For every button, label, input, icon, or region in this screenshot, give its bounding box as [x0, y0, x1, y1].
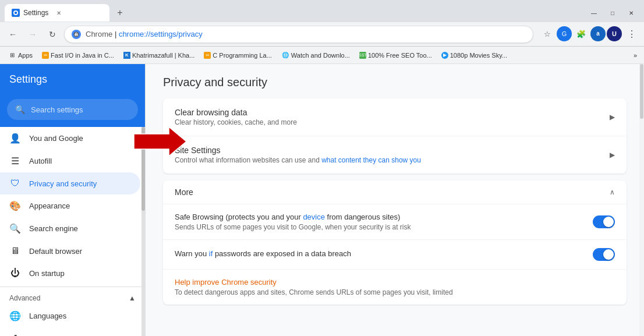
- advanced-chevron: ▲: [129, 294, 136, 302]
- bookmark-1[interactable]: ∞ Fast I/O in Java in C...: [38, 51, 118, 60]
- site-settings-desc-part1: Control what information websites can us…: [175, 156, 321, 164]
- search-engine-icon: 🔍: [9, 223, 21, 234]
- sidebar-you-google-label: You and Google: [29, 134, 83, 143]
- bookmark-5[interactable]: SST 100% Free SEO Too...: [356, 51, 436, 60]
- safe-browsing-item: Safe Browsing (protects you and your dev…: [163, 204, 627, 240]
- sidebar-on-startup-label: On startup: [29, 269, 65, 278]
- account-button-2[interactable]: a: [590, 26, 606, 41]
- help-improve-desc: To detect dangerous apps and sites, Chro…: [175, 288, 606, 296]
- bookmark-4[interactable]: 🌐 Watch and Downlo...: [278, 50, 353, 61]
- sidebar-item-on-startup[interactable]: ⏻ On startup: [0, 262, 145, 284]
- sidebar-item-autofill[interactable]: ☰ Autofill: [0, 150, 145, 172]
- bookmark-star-button[interactable]: ☆: [539, 26, 555, 43]
- bookmarks-more-button[interactable]: »: [631, 51, 639, 60]
- minimize-button[interactable]: —: [586, 8, 602, 18]
- maximize-button[interactable]: □: [604, 8, 621, 18]
- clear-browsing-data-title: Clear browsing data: [175, 108, 605, 117]
- main-scrollbar-track[interactable]: [639, 64, 644, 336]
- sidebar-item-search-engine[interactable]: 🔍 Search engine: [0, 217, 145, 240]
- title-bar: Settings ✕ + — □ ✕: [0, 0, 644, 22]
- sidebar-appearance-label: Appearance: [29, 201, 70, 210]
- bookmark-2[interactable]: K Khatrimazafull | Kha...: [120, 51, 198, 60]
- main-panel: Privacy and security Clear browsing data…: [146, 64, 644, 336]
- site-settings-row[interactable]: Site Settings Control what information w…: [163, 136, 627, 174]
- tab-title: Settings: [23, 9, 48, 17]
- safe-browsing-title: Safe Browsing (protects you and your dev…: [175, 213, 583, 221]
- search-placeholder: Search settings: [31, 105, 83, 114]
- site-settings-chevron: ▶: [610, 151, 615, 159]
- site-security-icon: [72, 30, 81, 39]
- more-header-label: More: [175, 188, 193, 197]
- settings-sidebar: Settings 🔍 Search settings 👤 You and Goo…: [0, 64, 146, 336]
- site-settings-desc-link: what content they can show you: [321, 156, 421, 164]
- page-title: Privacy and security: [163, 76, 627, 89]
- warn-passwords-item: Warn you if passwords are exposed in a d…: [163, 240, 627, 270]
- address-chrome: Chrome: [86, 30, 112, 38]
- search-icon: 🔍: [15, 105, 25, 114]
- extension-button-1[interactable]: G: [557, 26, 572, 41]
- main-scrollbar-thumb[interactable]: [640, 64, 643, 118]
- palette-icon: 🎨: [9, 200, 21, 211]
- nav-icons: ☆ G 🧩 a U ⋮: [539, 26, 639, 43]
- sidebar-privacy-label: Privacy and security: [29, 179, 97, 188]
- settings-search-bar[interactable]: 🔍 Search settings: [7, 99, 138, 120]
- settings-title: Settings: [9, 73, 47, 86]
- forward-button[interactable]: →: [24, 26, 41, 43]
- sidebar-scrollbar-track[interactable]: [141, 127, 145, 336]
- help-improve-item: Help improve Chrome security To detect d…: [163, 270, 627, 305]
- autofill-icon: ☰: [9, 155, 21, 167]
- address-text: Chrome | chrome://settings/privacy: [86, 30, 526, 38]
- safe-browsing-toggle[interactable]: [593, 215, 615, 228]
- tab-close-button[interactable]: ✕: [54, 8, 63, 17]
- download-icon: ⬇: [9, 333, 21, 336]
- bookmark-3-icon: ∞: [204, 52, 211, 59]
- bookmark-6[interactable]: ▶ 1080p Movies Sky...: [438, 51, 511, 60]
- sidebar-languages-label: Languages: [29, 312, 66, 320]
- sidebar-item-default-browser[interactable]: 🖥 Default browser: [0, 240, 145, 262]
- warn-passwords-toggle-knob: [603, 249, 614, 260]
- sidebar-item-downloads[interactable]: ⬇ Downloads: [0, 327, 145, 336]
- apps-grid-icon: ⊞: [8, 51, 16, 59]
- sidebar-item-you-and-google[interactable]: 👤 You and Google: [0, 127, 145, 150]
- warn-passwords-toggle[interactable]: [593, 248, 615, 261]
- bookmarks-bar: ⊞ Apps ∞ Fast I/O in Java in C... K Khat…: [0, 47, 644, 64]
- sidebar-divider: [0, 287, 145, 287]
- sidebar-advanced-section[interactable]: Advanced ▲: [0, 289, 145, 305]
- new-tab-button[interactable]: +: [112, 5, 128, 21]
- advanced-label: Advanced: [9, 294, 40, 302]
- bookmark-3[interactable]: ∞ C Programming La...: [200, 51, 275, 60]
- bookmark-1-label: Fast I/O in Java in C...: [51, 52, 114, 59]
- extension-button-2[interactable]: 🧩: [573, 26, 589, 43]
- sidebar-item-privacy[interactable]: 🛡 Privacy and security: [0, 172, 140, 194]
- globe-icon: 🌐: [9, 310, 21, 321]
- svg-marker-3: [134, 127, 186, 156]
- user-avatar-button[interactable]: U: [607, 26, 622, 41]
- warn-passwords-content: Warn you if passwords are exposed in a d…: [175, 249, 593, 260]
- chrome-menu-button[interactable]: ⋮: [623, 26, 639, 43]
- reload-button[interactable]: ↻: [44, 26, 61, 43]
- bookmark-apps-label: Apps: [18, 52, 33, 59]
- address-path: chrome://settings/privacy: [119, 30, 203, 38]
- clear-browsing-chevron: ▶: [610, 113, 615, 121]
- address-bar[interactable]: Chrome | chrome://settings/privacy: [64, 26, 533, 43]
- svg-rect-1: [15, 12, 17, 14]
- back-button[interactable]: ←: [5, 26, 21, 43]
- bookmark-4-icon: 🌐: [281, 51, 289, 59]
- active-tab[interactable]: Settings ✕: [5, 4, 109, 22]
- bookmark-2-label: Khatrimazafull | Kha...: [132, 52, 194, 59]
- close-button[interactable]: ✕: [623, 8, 639, 18]
- bookmark-2-icon: K: [123, 52, 130, 59]
- more-header[interactable]: More ∧: [163, 181, 627, 204]
- sidebar-item-languages[interactable]: 🌐 Languages: [0, 305, 145, 327]
- safe-browsing-content: Safe Browsing (protects you and your dev…: [175, 213, 593, 231]
- bookmark-5-icon: SST: [359, 52, 366, 59]
- person-icon: 👤: [9, 133, 21, 144]
- site-settings-desc: Control what information websites can us…: [175, 156, 605, 164]
- sidebar-item-appearance[interactable]: 🎨 Appearance: [0, 194, 145, 217]
- bookmark-1-icon: ∞: [42, 52, 49, 59]
- content-area: Settings 🔍 Search settings 👤 You and Goo…: [0, 64, 644, 336]
- clear-browsing-data-row[interactable]: Clear browsing data Clear history, cooki…: [163, 98, 627, 136]
- bookmark-5-label: 100% Free SEO Too...: [368, 52, 432, 59]
- bookmark-apps[interactable]: ⊞ Apps: [5, 50, 36, 61]
- safe-browsing-toggle-knob: [603, 217, 614, 227]
